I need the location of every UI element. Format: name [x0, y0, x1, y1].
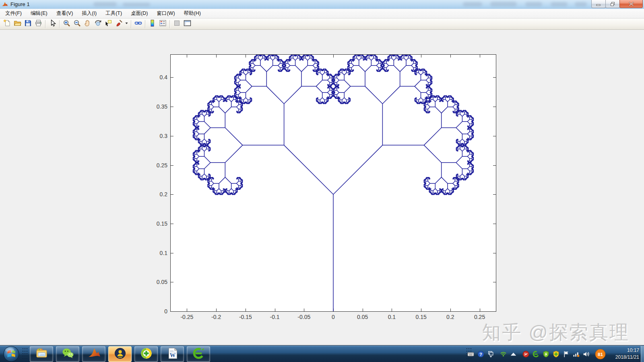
zoom-out-button[interactable] — [72, 19, 82, 29]
axes-plot-box[interactable] — [170, 54, 496, 312]
rotate-3d-button[interactable] — [93, 19, 103, 29]
taskbar-app-avatar-app[interactable] — [108, 346, 132, 362]
rotate-3d-icon — [94, 19, 102, 29]
pointer-button[interactable] — [47, 19, 58, 29]
menu-item-1[interactable]: 编辑(E) — [26, 8, 52, 19]
taskbar-app-wechat[interactable] — [56, 346, 79, 362]
help-icon[interactable]: ? — [477, 350, 484, 358]
minimize-button[interactable] — [591, 0, 606, 8]
menu-item-2[interactable]: 查看(V) — [52, 8, 78, 19]
zoom-in-icon — [63, 19, 70, 29]
taskbar-app-360-safety[interactable] — [134, 346, 158, 362]
data-cursor-button[interactable] — [103, 19, 114, 29]
zoom-in-button[interactable] — [61, 19, 72, 29]
browser-360-icon — [192, 347, 205, 361]
hide-plot-tools-icon — [173, 19, 181, 29]
taskbar-app-word[interactable]: W — [161, 346, 184, 362]
print-button[interactable] — [33, 19, 43, 29]
data-cursor-icon — [105, 19, 112, 29]
y-tick-label: 0.05 — [146, 279, 167, 285]
matlab-logo-icon — [2, 1, 8, 8]
show-desktop-button[interactable] — [641, 346, 644, 362]
window-popup-icon[interactable] — [487, 350, 494, 358]
toolbar-separator — [145, 20, 145, 28]
link-plots-button[interactable] — [133, 19, 143, 29]
open-folder-icon — [14, 19, 21, 29]
menu-item-3[interactable]: 插入(I) — [77, 8, 101, 19]
print-icon — [35, 19, 42, 29]
menu-item-5[interactable]: 桌面(D) — [126, 8, 152, 19]
start-button[interactable] — [3, 346, 19, 362]
x-tick-label: 0.15 — [409, 314, 433, 320]
toolbar-separator — [59, 20, 60, 28]
svg-text:81: 81 — [598, 352, 603, 357]
clock-date: 2018/11/21 — [608, 354, 639, 361]
x-tick-label: -0.15 — [233, 314, 258, 320]
desktop-screen: Figure 1 文件(F)编辑(E)查看(V)插入(I)工具(T)桌面(D)窗… — [0, 0, 644, 362]
x-tick-label: 0.1 — [380, 314, 404, 320]
taskbar-app-360-browser[interactable] — [187, 346, 210, 362]
network-signal-icon[interactable] — [572, 350, 580, 358]
volume-icon[interactable] — [582, 350, 590, 358]
toolbar-separator — [45, 20, 45, 28]
pan-hand-icon — [84, 19, 91, 29]
show-plot-tools-button[interactable] — [182, 19, 192, 29]
y-tick-label: 0 — [146, 308, 167, 315]
hide-plot-tools-button[interactable] — [171, 19, 182, 29]
restore-button[interactable] — [605, 0, 620, 8]
window-titlebar[interactable]: Figure 1 — [0, 0, 644, 9]
shield-plus-icon[interactable] — [552, 350, 559, 358]
shield-bolt-icon[interactable] — [542, 350, 549, 358]
blur-artifact — [490, 2, 517, 6]
taskbar-clock[interactable]: 10:17 2018/11/21 — [608, 347, 639, 361]
red-app-icon[interactable] — [522, 350, 529, 358]
flag-icon[interactable] — [562, 350, 570, 358]
menu-item-7[interactable]: 帮助(H) — [180, 8, 205, 19]
tray-icons: ?81 — [467, 346, 606, 362]
close-button[interactable] — [619, 0, 643, 8]
pointer-icon — [49, 19, 56, 29]
browser-e-icon[interactable] — [532, 350, 539, 358]
save-button[interactable] — [23, 19, 33, 29]
figure-canvas: -0.25-0.2-0.15-0.1-0.0500.050.10.150.20.… — [0, 30, 644, 345]
blur-artifact — [551, 2, 568, 6]
taskbar-app-windows-explorer[interactable] — [30, 346, 53, 362]
taskbar-grip — [22, 348, 28, 360]
y-tick-label: 0.2 — [146, 191, 167, 197]
pan-hand-button[interactable] — [82, 19, 93, 29]
legend-icon — [159, 19, 167, 29]
brush-icon — [115, 19, 123, 29]
zhihu-watermark: 知乎 @探索真理 — [482, 320, 630, 345]
speed-ball-icon[interactable]: 81 — [595, 349, 606, 360]
keyboard-icon[interactable] — [467, 350, 474, 358]
open-folder-button[interactable] — [12, 19, 23, 29]
clock-time: 10:17 — [608, 347, 639, 354]
toolbar-separator — [169, 20, 170, 28]
up-arrow-icon[interactable] — [510, 350, 517, 358]
wifi-icon[interactable] — [500, 350, 507, 358]
wechat-icon — [62, 347, 74, 361]
blur-artifact — [463, 2, 482, 6]
x-tick-label: -0.25 — [175, 314, 199, 320]
safety-360-icon — [140, 347, 153, 361]
colorbar-icon — [149, 19, 156, 29]
matlab-app-icon — [88, 347, 100, 361]
svg-text:?: ? — [479, 352, 482, 356]
y-tick-label: 0.3 — [146, 133, 167, 139]
legend-button[interactable] — [157, 19, 168, 29]
y-tick-label: 0.15 — [146, 220, 167, 227]
menu-bar: 文件(F)编辑(E)查看(V)插入(I)工具(T)桌面(D)窗口(W)帮助(H) — [0, 9, 644, 19]
fractal-tree-plot — [171, 55, 496, 311]
menu-item-4[interactable]: 工具(T) — [101, 8, 126, 19]
word-icon: W — [166, 347, 179, 361]
blur-artifact — [525, 2, 542, 6]
menu-item-0[interactable]: 文件(F) — [1, 8, 26, 19]
colorbar-button[interactable] — [147, 19, 157, 29]
taskbar-app-matlab[interactable] — [82, 346, 105, 362]
taskbar: W ?81 10:17 2018/11/21 — [0, 345, 644, 362]
new-document-button[interactable] — [2, 19, 12, 29]
menu-item-6[interactable]: 窗口(W) — [152, 8, 179, 19]
window-title: Figure 1 — [10, 1, 30, 7]
y-tick-label: 0.35 — [146, 103, 167, 110]
dropdown-arrow-button[interactable] — [124, 19, 129, 29]
